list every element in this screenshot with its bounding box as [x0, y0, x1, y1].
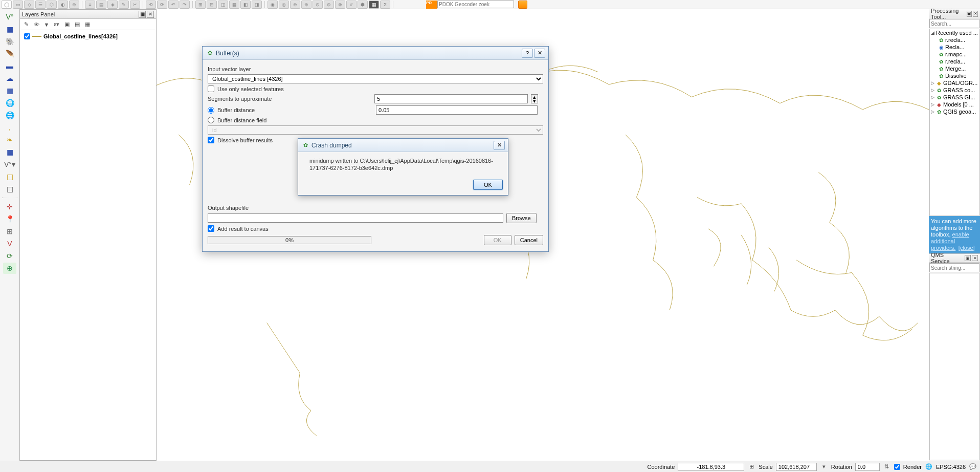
tool-icon[interactable]: ◉	[268, 1, 278, 9]
add-delimited-icon[interactable]: ,	[3, 122, 16, 133]
expression-icon[interactable]: ε▾	[53, 20, 61, 29]
add-csv-icon[interactable]: 🌐	[3, 110, 16, 121]
dissolve-checkbox[interactable]	[208, 137, 214, 143]
tool-icon[interactable]: ⊚	[301, 1, 311, 9]
tool-icon[interactable]: ◧	[240, 1, 251, 9]
tool-icon[interactable]: ◈	[107, 1, 118, 9]
coord-capture-icon[interactable]: ✛	[3, 201, 16, 212]
tool-icon[interactable]: ⊗	[335, 1, 345, 9]
crash-ok-button[interactable]: OK	[473, 180, 503, 190]
tool-icon[interactable]: ≡	[85, 1, 95, 9]
use-selected-checkbox[interactable]	[208, 85, 214, 92]
panel-close-button[interactable]: ✕	[147, 11, 154, 18]
extents-toggle-icon[interactable]: ⊞	[747, 463, 755, 471]
tool-icon[interactable]: ⟲	[146, 1, 156, 9]
qms-icon[interactable]: ⊕	[3, 263, 16, 274]
add-group-icon[interactable]: 👁	[32, 20, 40, 29]
tree-node-recent[interactable]: ◢Recently used ...	[930, 29, 979, 36]
pdok-geocoder-input[interactable]	[437, 1, 514, 8]
tool-icon[interactable]: ◐	[58, 1, 68, 9]
panel-undock-button[interactable]: ▣	[965, 255, 971, 261]
layer-row[interactable]: Global_costline_lines[4326]	[22, 32, 154, 40]
tree-item[interactable]: ✿Dissolve	[930, 72, 979, 79]
new-shapefile-icon[interactable]: ❧	[3, 134, 16, 145]
new-gpx-icon[interactable]: V°▾	[3, 159, 16, 170]
tool-icon[interactable]: ▤	[96, 1, 106, 9]
tool-icon[interactable]: ⊙	[313, 1, 323, 9]
metasearch-icon[interactable]: ⊞	[3, 226, 16, 237]
output-path-input[interactable]	[208, 213, 503, 223]
panel-undock-button[interactable]: ▣	[139, 11, 146, 18]
scale-input[interactable]	[776, 463, 817, 471]
tree-node[interactable]: ▷✿GRASS co...	[930, 87, 979, 94]
segments-spinner[interactable]: ▴▾	[531, 94, 538, 103]
tool-icon[interactable]: ⟳	[157, 1, 167, 9]
style-icon[interactable]: ✎	[22, 20, 30, 29]
osm-icon[interactable]: V	[3, 238, 16, 249]
tool-icon[interactable]: ☰	[35, 1, 46, 9]
panel-undock-button[interactable]: ▣	[967, 11, 972, 17]
close-button[interactable]: ✕	[534, 49, 545, 58]
tree-node[interactable]: ▷◆GDAL/OGR...	[930, 79, 979, 87]
add-wms-icon[interactable]: ☁	[3, 73, 16, 84]
add-spatialite-icon[interactable]: 🪶	[3, 48, 16, 59]
add-mssql-icon[interactable]: ▬	[3, 60, 16, 72]
tree-node[interactable]: ▷◆Models [0 ...	[930, 101, 979, 108]
crash-dialog-titlebar[interactable]: ✿ Crash dumped ✕	[298, 139, 508, 152]
add-postgis-icon[interactable]: 🐘	[3, 36, 16, 47]
crs-icon[interactable]: 🌐	[925, 463, 933, 471]
rotation-spinner-icon[interactable]: ⇅	[883, 463, 891, 471]
layer-visibility-checkbox[interactable]	[24, 33, 30, 39]
tool-icon[interactable]: ◨	[252, 1, 262, 9]
close-hint-link[interactable]: [close]	[959, 245, 975, 251]
pdok-search-button[interactable]	[518, 1, 527, 9]
browse-button[interactable]: Browse	[506, 213, 537, 223]
plugin-icon[interactable]: ⟳	[3, 250, 16, 262]
add-raster-icon[interactable]: ▦	[3, 24, 16, 35]
close-button[interactable]: ✕	[494, 141, 505, 150]
tool-icon[interactable]: #	[346, 1, 357, 9]
tool-icon[interactable]: ✎	[119, 1, 129, 9]
gps-icon[interactable]: 📍	[3, 213, 16, 225]
tool-icon[interactable]: ◯	[2, 1, 12, 9]
new-spatialite-icon[interactable]: ▦	[3, 146, 16, 158]
render-checkbox[interactable]	[894, 464, 900, 470]
tree-item[interactable]: ✿Merge...	[930, 65, 979, 72]
tool-icon[interactable]: ▦	[369, 1, 379, 9]
tool-icon[interactable]: ✂	[130, 1, 140, 9]
filter-icon[interactable]: ▼	[42, 20, 51, 29]
collapse-icon[interactable]: ▤	[73, 20, 81, 29]
tool-icon[interactable]: ▭	[13, 1, 23, 9]
remove-icon[interactable]: ▦	[83, 20, 92, 29]
tool-icon[interactable]: ⊕	[69, 1, 79, 9]
tool-icon[interactable]: ⊘	[324, 1, 334, 9]
tool-icon[interactable]: ⬢	[358, 1, 368, 9]
tree-item[interactable]: ✿r.recla...	[930, 36, 979, 44]
buffer-distance-radio[interactable]	[208, 107, 214, 114]
tool-icon[interactable]: ◎	[279, 1, 289, 9]
add-wcs-icon[interactable]: ▦	[3, 85, 16, 96]
tree-item[interactable]: ◉Recla...	[930, 44, 979, 51]
tool-icon[interactable]: ▦	[229, 1, 239, 9]
tool-icon[interactable]: ↶	[168, 1, 179, 9]
oracle-icon[interactable]: ◫	[3, 171, 16, 182]
processing-tree[interactable]: ◢Recently used ... ✿r.recla... ◉Recla...…	[929, 29, 979, 216]
processing-search-input[interactable]	[929, 19, 979, 28]
tool-icon[interactable]: ↷	[180, 1, 190, 9]
coordinate-input[interactable]	[678, 463, 744, 471]
buffer-dialog-titlebar[interactable]: ✿ Buffer(s) ? ✕	[203, 47, 548, 60]
add-vector-icon[interactable]: V°	[3, 11, 16, 23]
ok-button[interactable]: OK	[484, 235, 511, 245]
tool-icon[interactable]: ⊞	[195, 1, 206, 9]
buffer-distance-input[interactable]	[376, 105, 538, 115]
add-wfs-icon[interactable]: 🌐	[3, 97, 16, 109]
tree-item[interactable]: ✿r.mapc...	[930, 51, 979, 58]
add-canvas-checkbox[interactable]	[208, 225, 214, 232]
panel-close-button[interactable]: ✕	[973, 11, 978, 17]
scale-dropdown-icon[interactable]: ▾	[820, 463, 828, 471]
pdok-icon[interactable]: PD	[426, 1, 437, 9]
tool-icon[interactable]: ⬡	[47, 1, 57, 9]
tool-icon[interactable]: Σ	[380, 1, 390, 9]
buffer-field-radio[interactable]	[208, 117, 214, 123]
tool-icon[interactable]: ⊛	[290, 1, 300, 9]
